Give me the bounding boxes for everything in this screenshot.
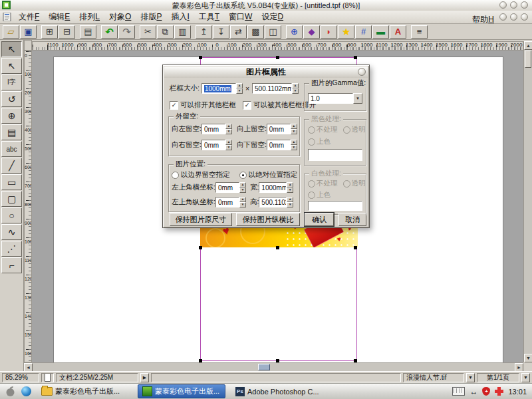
restore-button[interactable] (510, 1, 517, 9)
taskbar-item-folder[interactable]: 蒙泰彩色电子出版... (37, 385, 132, 398)
ok-button[interactable]: 确认 (305, 213, 334, 226)
horizontal-scroll-thumb[interactable] (258, 364, 270, 370)
save-button[interactable]: ▣ (20, 25, 37, 39)
margin-top-field[interactable]: 0mm (267, 124, 291, 134)
tool-zoom[interactable]: ⊕ (1, 108, 22, 124)
health-cross-icon[interactable] (495, 387, 503, 396)
keep-original-size-button[interactable]: 保持图片原尺寸 (170, 213, 232, 226)
margin-top-spinner[interactable] (291, 124, 297, 134)
fill-shapes-button[interactable]: ◆ (303, 25, 320, 39)
height-spinner[interactable] (287, 197, 293, 207)
bring-forward-button[interactable]: ↥ (196, 25, 212, 39)
place-image-button[interactable]: ▬ (372, 25, 389, 39)
quick-launch-icon[interactable] (21, 386, 31, 396)
send-backward-button[interactable]: ↧ (213, 25, 229, 39)
redo-button[interactable]: ↷ (118, 25, 135, 39)
save-page-button[interactable]: ⊟ (59, 25, 75, 39)
tool-line[interactable]: ╱ (1, 158, 22, 174)
scroll-down-arrow[interactable]: ▼ (524, 354, 532, 362)
menu-T[interactable]: 工具T (194, 10, 224, 24)
doc-minimize-button[interactable] (499, 13, 507, 21)
horizontal-scrollbar[interactable]: ◄ ► (24, 362, 523, 371)
vertical-scroll-thumb[interactable] (525, 51, 531, 68)
tool-page-setup[interactable]: ▤ (1, 124, 22, 140)
image-select-dropdown[interactable]: ▼ (466, 373, 475, 382)
close-button[interactable] (521, 1, 528, 9)
doc-close-button[interactable] (521, 13, 528, 21)
frame-width-spinner[interactable] (236, 83, 243, 94)
checkbox-push-others[interactable]: 可以排开其他栏框 (170, 100, 236, 110)
selection-handle[interactable] (199, 246, 202, 249)
margin-right-spinner[interactable] (225, 140, 232, 150)
dialog-close-button[interactable] (358, 68, 366, 76)
keep-aspect-ratio-button[interactable]: 保持图片纵横比 (236, 213, 300, 226)
height-field[interactable]: 500.1102mm (259, 197, 287, 207)
selection-handle[interactable] (354, 246, 357, 249)
selection-handle[interactable] (276, 246, 279, 249)
tool-curve[interactable]: ∿ (1, 224, 22, 240)
selection-handle[interactable] (354, 56, 357, 59)
minimize-button[interactable] (499, 1, 507, 9)
network-tray-icon[interactable]: ↔ (469, 388, 477, 396)
cancel-button[interactable]: 取消 (338, 213, 366, 226)
tool-rotate[interactable]: ↺ (1, 91, 22, 107)
tool-text[interactable]: I字 (1, 74, 22, 90)
frame-height-field[interactable]: 500.1102mm (252, 83, 292, 94)
color-gradient-button[interactable]: ◗ (321, 25, 337, 39)
keyboard-tray-icon[interactable] (452, 387, 465, 396)
y-coordinate-field[interactable]: 0mm (215, 197, 239, 207)
selection-handle[interactable] (199, 56, 202, 59)
tool-select[interactable]: ↖ (1, 41, 22, 57)
page-select-dropdown[interactable]: ▼ (521, 373, 530, 382)
frame-height-spinner[interactable] (292, 83, 299, 94)
tool-polyline[interactable]: ⋰ (1, 241, 22, 257)
menu-D[interactable]: 设定D (257, 10, 288, 24)
status-expand-button[interactable]: ▶ (140, 373, 149, 382)
cut-button[interactable]: ✂ (140, 25, 156, 39)
menu-I[interactable]: 插入I (166, 10, 194, 24)
width-spinner[interactable] (287, 182, 293, 193)
doc-restore-button[interactable] (510, 13, 517, 21)
tool-direct-select[interactable]: ↖ (1, 58, 22, 74)
open-button[interactable]: ▱ (3, 25, 19, 39)
star-button[interactable]: ★ (338, 25, 354, 39)
tool-freeform-path[interactable]: ⌐ (1, 257, 22, 273)
margin-right-field[interactable]: 0mm (201, 140, 225, 150)
group-objects-button[interactable]: ◫ (265, 25, 281, 39)
center-object-button[interactable]: ⊕ (286, 25, 303, 39)
x-spinner[interactable] (239, 182, 246, 193)
menu-F[interactable]: 文件F (14, 10, 44, 24)
security-shield-icon[interactable]: + (482, 387, 490, 396)
print-preview-button[interactable]: ≡ (411, 25, 428, 39)
apple-logo-icon[interactable] (5, 386, 15, 397)
width-field[interactable]: 1000mm (259, 182, 287, 193)
tool-ellipse[interactable]: ○ (1, 207, 22, 223)
paste-button[interactable]: ▥ (174, 25, 191, 39)
scroll-up-arrow[interactable]: ▲ (524, 41, 532, 50)
menu-L[interactable]: 排列L (74, 10, 104, 24)
menu-O[interactable]: 对象O (104, 10, 136, 24)
radio-boundary-margin[interactable]: 以边界留空指定 (172, 170, 230, 180)
margin-left-field[interactable]: 0mm (201, 124, 225, 134)
margin-bottom-spinner[interactable] (291, 140, 297, 150)
swap-order-button[interactable]: ⇄ (230, 25, 247, 39)
gamma-dropdown-button[interactable] (353, 93, 362, 104)
tool-text-box[interactable]: abc (1, 141, 22, 157)
selection-handle[interactable] (276, 56, 279, 59)
menu-W[interactable]: 窗口W (224, 10, 257, 24)
margin-bottom-field[interactable]: 0mm (267, 140, 291, 150)
print-button[interactable]: ▤ (80, 25, 96, 39)
mesh-warp-button[interactable]: # (355, 25, 372, 39)
x-coordinate-field[interactable]: 0mm (215, 182, 239, 193)
y-spinner[interactable] (239, 197, 246, 207)
taskbar-item-montai-active[interactable]: 蒙泰彩色电子出版... (138, 384, 225, 398)
undo-button[interactable]: ↶ (101, 25, 118, 39)
tool-rounded-rectangle[interactable]: ▢ (1, 191, 22, 207)
cascade-button[interactable]: ▩ (247, 25, 264, 39)
frame-width-field[interactable]: 1000mm (201, 83, 236, 94)
export-image-button[interactable]: ⊞ (41, 25, 58, 39)
vertical-scrollbar[interactable]: ▲ ▼ (523, 41, 532, 362)
copy-button[interactable]: ⧉ (157, 25, 174, 39)
taskbar-item-photoshop[interactable]: Ps Adobe Photoshop C... (231, 385, 326, 398)
tool-rectangle[interactable]: ▭ (1, 174, 22, 190)
